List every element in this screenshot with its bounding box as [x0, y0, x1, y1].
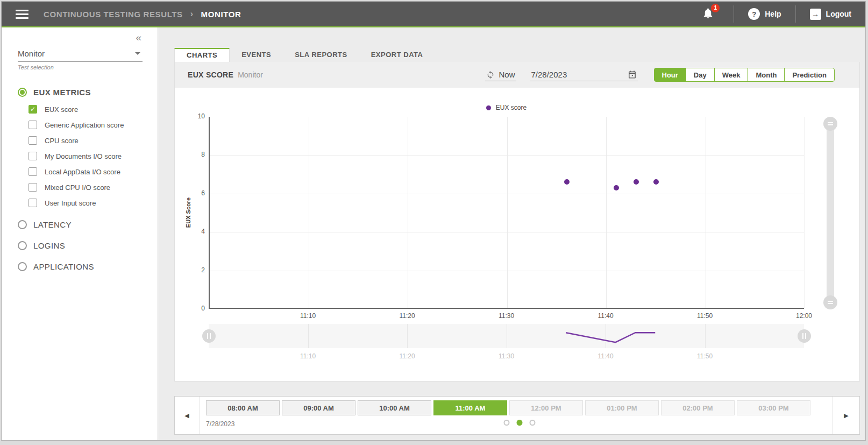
metric-group-label: LATENCY — [33, 220, 72, 229]
y-zoom-slider-track[interactable] — [827, 117, 834, 309]
metric-checkbox-label: Generic Application score — [45, 121, 124, 129]
page-dot-2[interactable] — [516, 420, 522, 426]
test-select-dropdown[interactable]: Monitor — [18, 49, 143, 62]
x-tick-label: 11:50 — [689, 312, 721, 320]
tab-export-data[interactable]: EXPORT DATA — [359, 48, 435, 62]
radio-icon — [18, 241, 27, 250]
breadcrumb-root[interactable]: CONTINUOUS TESTING RESULTS — [44, 10, 183, 19]
page-dot-1[interactable] — [503, 420, 509, 426]
metric-group-label: LOGINS — [33, 241, 65, 250]
chart-region: EUX scoreEUX Score024681011:1011:2011:30… — [175, 88, 859, 381]
now-button[interactable]: Now — [485, 68, 516, 81]
range-button-month[interactable]: Month — [748, 68, 785, 82]
metric-checkbox-label: Local AppData I/O score — [45, 168, 120, 176]
notifications-button[interactable]: 1 — [696, 5, 720, 24]
legend-marker-icon — [486, 105, 491, 110]
time-slot-08-00-am[interactable]: 08:00 AM — [206, 400, 280, 415]
next-page-button[interactable]: ▶ — [833, 397, 859, 434]
y-tick-label: 0 — [184, 305, 205, 312]
top-bar: CONTINUOUS TESTING RESULTS › MONITOR 1 ?… — [2, 2, 865, 27]
radio-icon — [18, 262, 27, 271]
metric-checkbox-local-appdata-i-o-score[interactable]: Local AppData I/O score — [29, 167, 158, 176]
checkbox-icon: ✓ — [29, 105, 37, 114]
tab-charts[interactable]: CHARTS — [174, 48, 230, 62]
logout-label: Logout — [826, 10, 851, 18]
test-select-caption: Test selection — [18, 64, 158, 70]
metric-checkbox-generic-application-score[interactable]: Generic Application score — [29, 121, 158, 129]
y-tick-label: 6 — [184, 189, 205, 197]
sidebar-collapse-button[interactable]: « — [136, 32, 141, 44]
navigator-tick-label: 11:10 — [292, 352, 324, 360]
page-dot-3[interactable] — [529, 420, 535, 426]
time-slot-03-00-pm[interactable]: 03:00 PM — [737, 400, 810, 415]
range-button-day[interactable]: Day — [686, 68, 715, 82]
time-navigation-bar: ◀ 08:00 AM09:00 AM10:00 AM11:00 AM12:00 … — [174, 396, 860, 435]
data-point[interactable] — [614, 185, 619, 190]
tab-sla-reports[interactable]: SLA REPORTS — [283, 48, 359, 62]
chart-card: EUX SCORE Monitor Now 7/28/2023 HourDayW… — [174, 62, 860, 382]
time-slot-01-00-pm[interactable]: 01:00 PM — [585, 400, 659, 415]
prev-page-button[interactable]: ◀ — [175, 397, 200, 434]
navigator-tick-label: 11:50 — [689, 352, 721, 360]
header-divider — [734, 5, 734, 23]
x-tick-label: 12:00 — [788, 312, 820, 320]
metric-groups: EUX METRICS✓EUX scoreGeneric Application… — [18, 88, 158, 271]
range-button-hour[interactable]: Hour — [654, 68, 686, 82]
metric-group-eux-metrics[interactable]: EUX METRICS — [18, 88, 158, 97]
metric-group-label: EUX METRICS — [33, 88, 91, 97]
metric-group-latency[interactable]: LATENCY — [18, 220, 158, 229]
metric-group-label: APPLICATIONS — [33, 262, 94, 271]
navigator-handle-left[interactable] — [202, 329, 216, 343]
y-zoom-slider-handle-top[interactable] — [823, 117, 837, 131]
tab-events[interactable]: EVENTS — [230, 48, 283, 62]
data-point[interactable] — [653, 179, 659, 185]
metric-checkbox-label: EUX score — [45, 105, 78, 114]
help-button[interactable]: ? Help — [748, 8, 781, 20]
navigator-handle-right[interactable] — [798, 329, 811, 343]
app-window: CONTINUOUS TESTING RESULTS › MONITOR 1 ?… — [1, 1, 866, 441]
y-tick-label: 8 — [184, 151, 205, 158]
metric-checkbox-eux-score[interactable]: ✓EUX score — [29, 105, 158, 114]
date-input[interactable]: 7/28/2023 — [530, 68, 638, 81]
metric-group-logins[interactable]: LOGINS — [18, 241, 158, 250]
v-gridline — [309, 117, 309, 308]
v-gridline — [507, 117, 508, 308]
metric-checkbox-label: CPU score — [45, 137, 79, 145]
v-gridline — [706, 117, 706, 308]
chart-subtitle: Monitor — [238, 70, 263, 79]
logout-button[interactable]: → Logout — [810, 9, 851, 20]
metric-checkbox-cpu-score[interactable]: CPU score — [29, 136, 158, 145]
time-slot-11-00-am[interactable]: 11:00 AM — [433, 400, 507, 415]
metric-group-applications[interactable]: APPLICATIONS — [18, 262, 158, 271]
time-bar-footer: 7/28/2023 — [206, 419, 833, 429]
sidebar: « Monitor Test selection EUX METRICS✓EUX… — [2, 27, 158, 440]
data-point[interactable] — [564, 179, 570, 185]
navigator-line — [209, 324, 804, 348]
x-tick-label: 11:10 — [292, 312, 324, 320]
metric-checkbox-user-input-score[interactable]: User Input score — [29, 199, 158, 207]
hamburger-menu-icon[interactable] — [16, 10, 29, 19]
time-slot-10-00-am[interactable]: 10:00 AM — [358, 400, 431, 415]
tab-bar: CHARTSEVENTSSLA REPORTSEXPORT DATA — [174, 48, 865, 62]
y-zoom-slider-handle-bottom[interactable] — [823, 295, 837, 309]
range-button-week[interactable]: Week — [714, 68, 749, 82]
legend-item[interactable]: EUX score — [486, 104, 527, 111]
y-tick-label: 4 — [184, 228, 205, 235]
data-point[interactable] — [634, 179, 639, 185]
time-slot-09-00-am[interactable]: 09:00 AM — [282, 400, 355, 415]
notification-badge: 1 — [711, 4, 720, 12]
header-divider — [795, 5, 796, 23]
metric-checkbox-mixed-cpu-i-o-score[interactable]: Mixed CPU I/O score — [29, 183, 158, 192]
radio-icon — [18, 88, 27, 97]
range-button-group: HourDayWeekMonthPrediction — [654, 68, 835, 82]
navigator[interactable] — [209, 324, 804, 348]
metric-checkbox-label: Mixed CPU I/O score — [45, 183, 110, 192]
chart-title: EUX SCORE — [188, 70, 233, 79]
time-slot-12-00-pm[interactable]: 12:00 PM — [509, 400, 583, 415]
help-icon: ? — [748, 8, 760, 20]
range-button-prediction[interactable]: Prediction — [784, 68, 835, 82]
metric-checkbox-my-documents-i-o-score[interactable]: My Documents I/O score — [29, 152, 158, 160]
time-slot-02-00-pm[interactable]: 02:00 PM — [661, 400, 735, 415]
checkbox-icon — [29, 183, 37, 192]
y-tick-label: 2 — [184, 266, 205, 274]
